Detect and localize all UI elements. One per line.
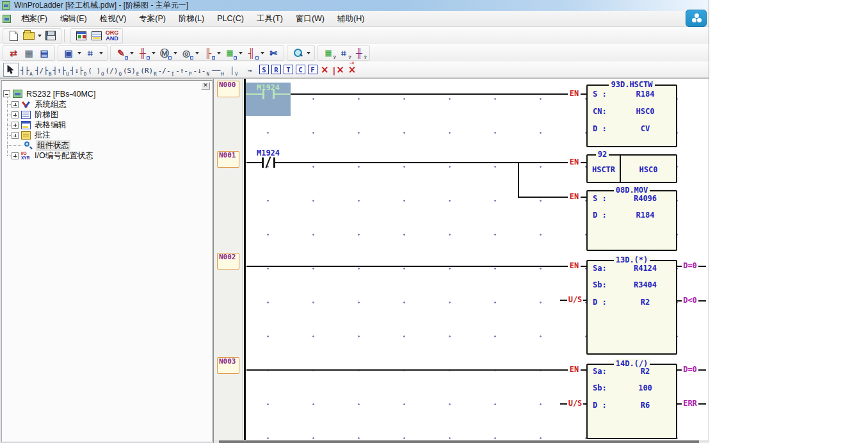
cloud-overlay-button[interactable] — [686, 10, 707, 27]
network-label-n003[interactable]: N003 — [217, 357, 239, 374]
motor-run-dropdown-icon[interactable] — [173, 52, 177, 54]
function-block-divide[interactable]: 14D.(/) Sa:R2 Sb:100 D :R6 — [586, 364, 677, 439]
function-block-multiply[interactable]: 13D.(*) Sa:R4124 Sb:R3404 D :R2 — [586, 260, 677, 355]
wire — [581, 266, 586, 267]
arrow-tool[interactable]: → — [243, 63, 257, 77]
delete-vline-tool[interactable]: |× — [332, 64, 344, 76]
menu-file[interactable]: 档案(F) — [15, 11, 54, 27]
expand-icon[interactable] — [12, 101, 19, 108]
function-instruction-tool[interactable]: F — [308, 65, 317, 74]
motor-coil-button[interactable]: ◎ — [179, 46, 193, 60]
hline-tool[interactable]: ──H — [211, 63, 225, 77]
new-file-button[interactable] — [6, 29, 20, 43]
open-dropdown-arrow-icon[interactable] — [38, 35, 42, 37]
vline-tool[interactable]: │V — [227, 63, 241, 77]
memory-chip-button[interactable]: ▦ — [22, 46, 36, 60]
counter-instruction-tool[interactable]: C — [296, 65, 305, 74]
tree-item-comments[interactable]: 批注 — [12, 131, 52, 140]
expand-icon[interactable] — [12, 152, 19, 159]
coil-set-tool[interactable]: (S)E — [123, 63, 139, 77]
contact-nc-tool[interactable]: ┤/├B — [35, 63, 51, 77]
tree-item-component-status[interactable]: 组件状态 — [21, 141, 70, 150]
reference-book-button[interactable]: ▤ — [37, 46, 51, 60]
delete-row-tool[interactable]: →× — [348, 64, 357, 76]
menu-help[interactable]: 辅助(H) — [331, 11, 371, 27]
coil-not-tool[interactable]: (/)Q — [106, 63, 122, 77]
pulse-up-tool[interactable]: -↑-P — [175, 63, 191, 77]
ladder-window-button[interactable] — [90, 29, 104, 43]
monitor-contact-dropdown-icon[interactable] — [152, 52, 156, 54]
contact-label-m1924[interactable]: M1924 — [246, 149, 291, 157]
toolbar-plc: ⇄ ▦ ▤ ▣ ⌗ ✎ ╫ Ⓜ ◎ ╟ ≣ ╢ ✄ — [0, 44, 709, 61]
delete-element-tool[interactable]: × — [321, 64, 329, 76]
network-label-n000[interactable]: N000 — [217, 81, 239, 97]
tree-item-io-config[interactable]: I/O XYR I/O编号配置状态 — [12, 151, 95, 161]
contact-m-dropdown-icon[interactable] — [261, 52, 264, 54]
contact-a-dropdown-icon[interactable] — [217, 52, 221, 54]
coil-reset-tool[interactable]: (R)R — [140, 63, 156, 77]
tree-root-label[interactable]: RS232 [FBs-40MC] — [25, 90, 97, 99]
menu-window[interactable]: 窗口(W) — [289, 11, 331, 27]
find-button[interactable] — [291, 46, 305, 60]
contact-m-button[interactable]: ╢ — [245, 46, 259, 60]
function-block-mov[interactable]: 08D.MOV S :R4096 D :R184 — [586, 190, 677, 251]
project-window-button[interactable] — [74, 29, 88, 43]
ladder-network-button[interactable]: ⌗ — [83, 46, 97, 60]
function-block-hsctr[interactable]: 92 HSCTR HSC0 — [586, 154, 677, 183]
collapse-icon[interactable] — [3, 90, 10, 97]
menu-tools[interactable]: 工具(T) — [250, 11, 289, 27]
invert-tool[interactable]: -/-I — [158, 63, 174, 77]
relay-instruction-tool[interactable]: R — [271, 65, 281, 74]
tree-item-root[interactable]: RS232 [FBs-40MC] — [3, 89, 97, 99]
tree-item-system-config[interactable]: 系统组态 — [12, 100, 68, 109]
table-cut-button[interactable]: ✄ — [266, 46, 280, 60]
memory-chip-icon: ▦ — [24, 48, 33, 58]
find-dropdown-icon[interactable] — [307, 52, 310, 54]
network-label-n001[interactable]: N001 — [217, 151, 239, 168]
status-list-dropdown-icon[interactable] — [239, 52, 243, 54]
step-instruction-tool[interactable]: S — [259, 65, 269, 74]
motor-run-button[interactable]: Ⓜ — [157, 46, 172, 60]
status-help-button[interactable]: ≣? — [321, 46, 335, 60]
project-view-button[interactable]: ▣ — [61, 46, 76, 60]
timer-instruction-tool[interactable]: T — [284, 65, 293, 74]
contact-no-tool[interactable]: ┤├A — [19, 63, 34, 77]
network-label-n002[interactable]: N002 — [217, 253, 239, 270]
edit-element-dropdown-icon[interactable] — [130, 52, 134, 54]
menu-project[interactable]: 专案(P) — [133, 11, 172, 27]
ladder-help-button[interactable]: ⌗? — [337, 46, 351, 60]
expand-icon[interactable] — [12, 132, 19, 139]
expand-icon[interactable] — [12, 122, 19, 129]
io-translate-button[interactable]: ⇄ — [6, 46, 20, 60]
block-title: 13D.(*) — [614, 255, 650, 264]
monitor-contact-button[interactable]: ╫ — [136, 46, 150, 60]
contact-help-button[interactable]: ╫? — [352, 46, 366, 60]
status-list-button[interactable]: ≣ — [223, 46, 237, 60]
ladder-network-dropdown-icon[interactable] — [99, 52, 103, 54]
pointer-tool-button[interactable] — [3, 63, 19, 77]
tree-item-table-edit[interactable]: 表格编辑 — [12, 120, 68, 130]
menu-edit[interactable]: 编辑(E) — [54, 11, 93, 27]
menu-view[interactable]: 检视(V) — [93, 11, 133, 27]
scrollbar-thumb[interactable] — [219, 440, 699, 443]
tree-item-ladder-diagram[interactable]: 阶梯图 — [12, 110, 60, 120]
expand-icon[interactable] — [12, 111, 19, 118]
menu-plc[interactable]: PLC(C) — [211, 12, 250, 26]
motor-coil-dropdown-icon[interactable] — [195, 52, 199, 54]
menu-ladder[interactable]: 阶梯(L) — [172, 11, 211, 27]
edit-element-button[interactable]: ✎ — [114, 46, 128, 60]
contact-a-button[interactable]: ╟ — [201, 46, 215, 60]
ladder-editor[interactable]: N000 N001 N002 N003 M1924 EN 93D.HSCTW S… — [213, 79, 708, 443]
save-button[interactable] — [44, 29, 58, 43]
horizontal-scrollbar[interactable] — [214, 440, 708, 443]
close-panel-button[interactable]: ✕ — [201, 82, 210, 90]
function-block-hsctw[interactable]: 93D.HSCTW S :R184 CN:HSC0 D :CV — [586, 85, 677, 147]
selected-contact-m1924[interactable]: M1924 — [246, 83, 291, 116]
open-file-button[interactable] — [22, 29, 36, 43]
contact-up-tool[interactable]: ┤↑├U — [52, 63, 68, 77]
pulse-down-tool[interactable]: -↓-N — [193, 63, 209, 77]
org-and-instruction-button[interactable]: ORG AND — [105, 29, 119, 43]
contact-down-tool[interactable]: ┤↓├D — [70, 63, 86, 77]
coil-out-tool[interactable]: ( )O — [88, 63, 104, 77]
project-view-dropdown-icon[interactable] — [77, 52, 81, 54]
